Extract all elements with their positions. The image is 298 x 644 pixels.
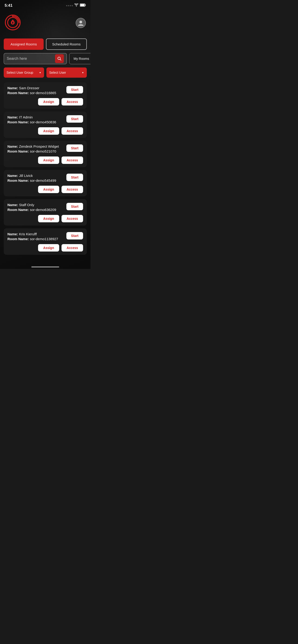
room-value-1: sor-demo450836 <box>30 120 56 124</box>
name-label-0: Name: <box>8 86 18 90</box>
card-room-line-0: Room Name: sor-demo316865 <box>8 91 66 95</box>
room-label-4: Room Name: <box>8 208 29 212</box>
room-card: Name: IT Admin Room Name: sor-demo450836… <box>4 112 87 138</box>
card-name-line-4: Name: Staff Only <box>8 203 66 207</box>
card-info-3: Name: Jill Livick Room Name: sor-demo545… <box>8 174 66 183</box>
wifi-icon <box>74 4 79 8</box>
svg-line-8 <box>60 59 61 60</box>
room-label-1: Room Name: <box>8 120 29 124</box>
name-value-3: Jill Livick <box>19 174 33 178</box>
room-card: Name: Sam Dresser Room Name: sor-demo316… <box>4 82 87 109</box>
search-row: My Rooms <box>0 53 91 64</box>
home-bar <box>31 266 59 268</box>
card-top-3: Name: Jill Livick Room Name: sor-demo545… <box>8 174 83 183</box>
card-info-4: Name: Staff Only Room Name: sor-demo6362… <box>8 203 66 212</box>
room-value-3: sor-demo545499 <box>30 178 56 182</box>
card-actions-4: Assign Access <box>8 215 83 222</box>
card-actions-1: Assign Access <box>8 127 83 135</box>
select-user-button[interactable]: Select User ▼ <box>47 68 87 78</box>
card-name-line-0: Name: Sam Dresser <box>8 86 66 90</box>
room-value-5: sor-demo1138927 <box>30 237 58 241</box>
search-box <box>4 53 67 64</box>
card-top-1: Name: IT Admin Room Name: sor-demo450836… <box>8 115 83 125</box>
access-button-1[interactable]: Access <box>62 127 83 135</box>
card-room-line-1: Room Name: sor-demo450836 <box>8 120 66 124</box>
signal-icon <box>66 5 73 6</box>
room-label-0: Room Name: <box>8 91 29 95</box>
tab-assigned[interactable]: Assigned Rooms <box>4 38 44 50</box>
name-label-3: Name: <box>8 174 18 178</box>
name-value-4: Staff Only <box>19 203 34 207</box>
name-label-4: Name: <box>8 203 18 207</box>
room-card: Name: Zendesk Prospect Widget Room Name:… <box>4 141 87 167</box>
name-value-5: Kris Kierulff <box>19 232 37 236</box>
start-button-3[interactable]: Start <box>66 174 83 181</box>
tab-scheduled[interactable]: Scheduled Rooms <box>46 38 87 50</box>
status-time: 5:41 <box>5 3 13 8</box>
room-card: Name: Kris Kierulff Room Name: sor-demo1… <box>4 228 87 255</box>
access-button-2[interactable]: Access <box>62 156 83 164</box>
logo <box>5 14 21 32</box>
assign-button-2[interactable]: Assign <box>38 156 59 164</box>
card-info-1: Name: IT Admin Room Name: sor-demo450836 <box>8 115 66 125</box>
tab-row: Assigned Rooms Scheduled Rooms <box>0 38 91 50</box>
room-card: Name: Staff Only Room Name: sor-demo6362… <box>4 199 87 226</box>
status-bar: 5:41 <box>0 0 91 10</box>
assign-button-5[interactable]: Assign <box>38 244 59 252</box>
card-name-line-3: Name: Jill Livick <box>8 174 66 178</box>
access-button-3[interactable]: Access <box>62 186 83 193</box>
card-room-line-2: Room Name: sor-demo521070 <box>8 149 66 153</box>
assign-button-3[interactable]: Assign <box>38 186 59 193</box>
access-button-5[interactable]: Access <box>62 244 83 252</box>
name-label-1: Name: <box>8 115 18 119</box>
start-button-5[interactable]: Start <box>66 232 83 240</box>
my-rooms-button[interactable]: My Rooms <box>69 53 91 64</box>
card-info-0: Name: Sam Dresser Room Name: sor-demo316… <box>8 86 66 96</box>
card-name-line-5: Name: Kris Kierulff <box>8 232 66 236</box>
filter-row: Select User Group ▼ Select User ▼ <box>0 68 91 78</box>
select-user-group-label: Select User Group <box>7 71 33 74</box>
name-label-2: Name: <box>8 144 18 148</box>
select-user-label: Select User <box>49 71 66 74</box>
start-button-2[interactable]: Start <box>66 144 83 152</box>
start-button-4[interactable]: Start <box>66 203 83 210</box>
card-actions-2: Assign Access <box>8 156 83 164</box>
avatar[interactable] <box>76 18 86 28</box>
select-user-group-button[interactable]: Select User Group ▼ <box>4 68 44 78</box>
card-top-4: Name: Staff Only Room Name: sor-demo6362… <box>8 203 83 212</box>
svg-point-5 <box>12 16 14 17</box>
card-room-line-3: Room Name: sor-demo545499 <box>8 178 66 182</box>
svg-rect-2 <box>80 4 85 6</box>
card-room-line-4: Room Name: sor-demo636209 <box>8 208 66 212</box>
name-value-1: IT Admin <box>19 115 33 119</box>
name-value-2: Zendesk Prospect Widget <box>19 144 59 148</box>
card-top-5: Name: Kris Kierulff Room Name: sor-demo1… <box>8 232 83 242</box>
battery-icon <box>80 4 86 8</box>
assign-button-1[interactable]: Assign <box>38 127 59 135</box>
home-indicator <box>0 264 91 269</box>
start-button-0[interactable]: Start <box>66 86 83 94</box>
card-actions-3: Assign Access <box>8 186 83 193</box>
room-label-2: Room Name: <box>8 149 29 153</box>
access-button-4[interactable]: Access <box>62 215 83 222</box>
room-value-0: sor-demo316865 <box>30 91 56 95</box>
room-label-3: Room Name: <box>8 178 29 182</box>
room-cards-list: Name: Sam Dresser Room Name: sor-demo316… <box>0 82 91 264</box>
card-name-line-2: Name: Zendesk Prospect Widget <box>8 144 66 148</box>
status-icons <box>66 4 86 8</box>
room-card: Name: Jill Livick Room Name: sor-demo545… <box>4 170 87 196</box>
assign-button-4[interactable]: Assign <box>38 215 59 222</box>
search-input[interactable] <box>7 56 53 61</box>
name-value-0: Sam Dresser <box>19 86 40 90</box>
room-value-4: sor-demo636209 <box>30 208 56 212</box>
room-label-5: Room Name: <box>8 237 29 241</box>
card-actions-0: Assign Access <box>8 98 83 106</box>
access-button-0[interactable]: Access <box>62 98 83 106</box>
assign-button-0[interactable]: Assign <box>38 98 59 106</box>
card-info-5: Name: Kris Kierulff Room Name: sor-demo1… <box>8 232 66 242</box>
dropdown-arrow-group: ▼ <box>39 72 41 74</box>
svg-point-6 <box>79 21 82 24</box>
room-value-2: sor-demo521070 <box>30 149 56 153</box>
start-button-1[interactable]: Start <box>66 115 83 123</box>
search-button[interactable] <box>55 54 64 63</box>
